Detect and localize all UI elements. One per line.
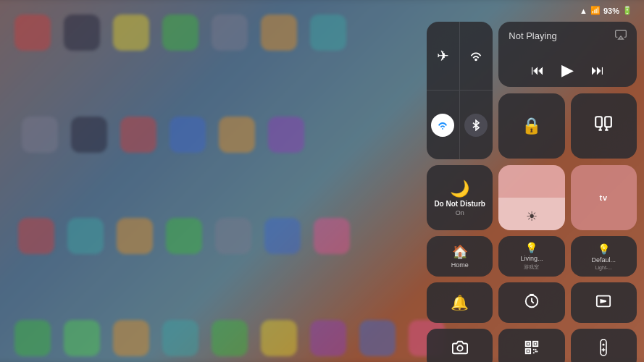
lock-icon: 🔒: [522, 117, 541, 135]
camera-tile[interactable]: [427, 329, 493, 362]
battery-icon: 🔋: [622, 6, 632, 15]
notification-tile[interactable]: 🔔: [427, 282, 493, 323]
remote-icon: [597, 339, 610, 360]
remote-tile[interactable]: [571, 329, 637, 362]
svg-rect-16: [536, 350, 538, 352]
svg-rect-13: [527, 350, 530, 352]
status-bar: ▲ 📶 93% 🔋: [580, 6, 632, 15]
bluetooth-button[interactable]: [460, 90, 493, 159]
network-tile: ✈: [427, 22, 493, 159]
svg-point-1: [442, 127, 443, 129]
svg-rect-3: [595, 117, 602, 127]
brightness-tile[interactable]: ☀: [498, 165, 564, 230]
screen-record-icon: [595, 293, 611, 313]
qr-code-tile[interactable]: [498, 329, 564, 362]
svg-point-20: [603, 343, 605, 345]
scene-living-tile[interactable]: 💡 Living... 游戏室: [498, 236, 564, 277]
svg-rect-19: [601, 339, 606, 355]
svg-rect-11: [527, 342, 530, 345]
svg-rect-17: [533, 352, 535, 353]
screen-record-tile[interactable]: [571, 282, 637, 323]
apple-tv-tile[interactable]: tv: [571, 165, 637, 230]
screen-time-tile[interactable]: [498, 282, 564, 323]
wifi-button[interactable]: [427, 90, 460, 159]
svg-rect-4: [605, 117, 611, 127]
dnd-label: Do Not Disturb: [434, 200, 485, 208]
brightness-icon: ☀: [526, 209, 538, 224]
network-top-row: ✈: [427, 22, 493, 90]
scene1-sublabel: 游戏室: [524, 264, 539, 271]
mirror-icon: [594, 114, 613, 138]
qr-icon: [524, 340, 540, 359]
screen-mirror-tile[interactable]: [571, 93, 637, 159]
screen-lock-tile[interactable]: 🔒: [498, 93, 564, 159]
svg-rect-15: [535, 348, 537, 350]
home-label: Home: [451, 261, 469, 269]
airplane-mode-button[interactable]: ✈: [427, 22, 460, 90]
scene2-label: Defaul...: [592, 256, 616, 264]
signal-icon: 📶: [590, 6, 601, 15]
dnd-status: On: [456, 209, 464, 216]
play-button[interactable]: ▶: [561, 61, 574, 80]
scene1-icon: 💡: [525, 242, 538, 253]
wifi-status-icon: ▲: [580, 7, 587, 15]
network-bottom-row: [427, 90, 493, 159]
airplay-icon[interactable]: [615, 29, 627, 43]
bell-icon: 🔔: [451, 294, 469, 311]
battery-percent: 93%: [603, 7, 619, 15]
do-not-disturb-tile[interactable]: 🌙 Do Not Disturb On: [427, 165, 493, 230]
svg-rect-12: [535, 342, 537, 345]
camera-icon: [452, 340, 468, 359]
svg-point-7: [457, 345, 462, 350]
appletv-icon: tv: [599, 193, 608, 202]
svg-marker-2: [619, 36, 624, 39]
scene-default-tile[interactable]: 💡 Defaul... Light-...: [571, 236, 637, 277]
svg-rect-14: [533, 348, 535, 350]
previous-button[interactable]: ⏮: [531, 63, 544, 78]
svg-point-0: [476, 59, 477, 61]
hotspot-button[interactable]: [460, 22, 493, 90]
next-button[interactable]: ⏭: [591, 63, 604, 78]
now-playing-header: Not Playing: [509, 29, 627, 43]
svg-rect-18: [535, 350, 537, 352]
home-tile[interactable]: 🏠 Home: [427, 236, 493, 277]
control-center: ✈: [427, 22, 637, 362]
playback-controls: ⏮ ▶ ⏭: [509, 61, 627, 80]
home-icon: 🏠: [452, 244, 468, 260]
now-playing-tile[interactable]: Not Playing ⏮ ▶ ⏭: [498, 22, 637, 87]
scene1-label: Living...: [520, 255, 543, 262]
moon-icon: 🌙: [450, 180, 469, 198]
now-playing-title: Not Playing: [509, 30, 556, 41]
scene2-sublabel: Light-...: [595, 265, 612, 270]
scene2-icon: 💡: [598, 243, 610, 255]
timer-icon: [524, 293, 540, 313]
